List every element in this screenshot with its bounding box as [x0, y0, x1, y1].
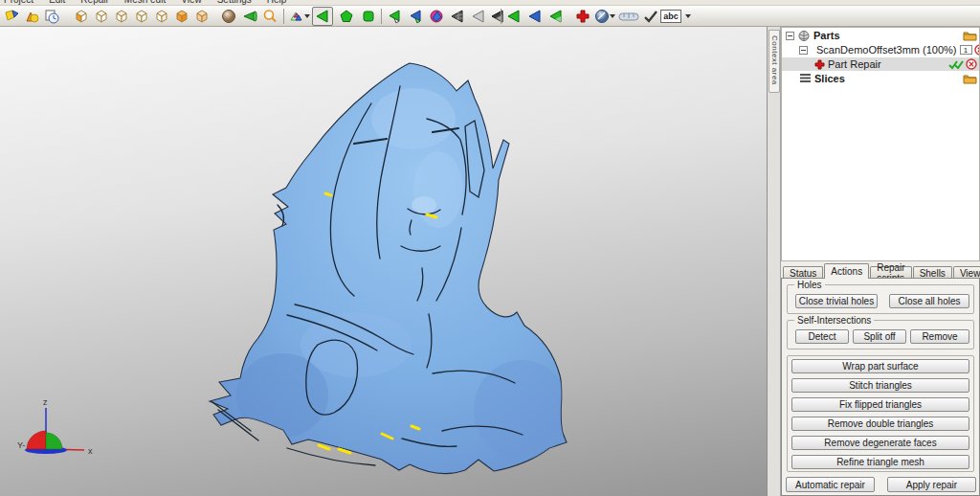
- view-cube-iso-icon[interactable]: [73, 8, 90, 25]
- remove-button[interactable]: Remove: [910, 329, 969, 344]
- wrap-part-surface-button[interactable]: Wrap part surface: [791, 359, 969, 373]
- tree-row-part-repair[interactable]: Part Repair: [782, 57, 979, 71]
- parts-group-icon: [797, 30, 811, 42]
- collapse-icon[interactable]: [799, 46, 808, 55]
- holes-group-label: Holes: [794, 280, 825, 290]
- abc-label: abc: [663, 11, 679, 21]
- open-part-icon[interactable]: [23, 8, 40, 25]
- error-indicator-icon[interactable]: [974, 44, 980, 56]
- view-cube-shaded-icon[interactable]: [193, 8, 211, 25]
- mark-plane-icon[interactable]: [338, 8, 355, 25]
- current-error-triangle-icon[interactable]: [526, 8, 544, 25]
- remove-double-triangles-button[interactable]: Remove double triangles: [791, 417, 969, 431]
- actions-panel: Holes Close trivial holes Close all hole…: [781, 278, 980, 496]
- 3d-viewport[interactable]: z x Y-: [0, 27, 767, 496]
- shade-cone-icon[interactable]: [241, 8, 258, 25]
- mesh-dark-icon[interactable]: [449, 8, 466, 25]
- folder-icon[interactable]: [963, 30, 977, 41]
- triangle-dark-icon[interactable]: [489, 8, 506, 25]
- view-cube-back-icon[interactable]: [113, 8, 130, 25]
- apply-repair-button[interactable]: Apply repair: [887, 477, 976, 492]
- fix-flipped-triangles-button[interactable]: Fix flipped triangles: [791, 397, 969, 412]
- axis-x-label: x: [88, 446, 93, 456]
- close-all-holes-button[interactable]: Close all holes: [889, 294, 969, 308]
- folder-icon[interactable]: [963, 73, 977, 84]
- recent-parts-icon[interactable]: [43, 8, 60, 25]
- next-error-triangle-icon[interactable]: [547, 8, 565, 25]
- magics-part-repair-window: Project Edit Repair Mesh edit View Setti…: [0, 0, 980, 496]
- part-label: ScanDemoOffset3mm (100%): [816, 44, 957, 56]
- context-area-tab[interactable]: Context area: [768, 30, 780, 93]
- context-tabs: Status Actions Repair scripts Shells Vie…: [782, 263, 980, 279]
- annotate-abc-icon[interactable]: abc: [660, 10, 681, 23]
- triangle-gray-icon[interactable]: [470, 8, 487, 25]
- holes-group: Holes Close trivial holes Close all hole…: [787, 284, 974, 314]
- render-sphere-icon[interactable]: [220, 8, 237, 25]
- tree-row-parts[interactable]: Parts: [782, 29, 979, 42]
- validate-check-icon[interactable]: [642, 8, 659, 25]
- mark-mesh-dropdown-icon[interactable]: [288, 8, 305, 25]
- prev-error-triangle-icon[interactable]: [505, 8, 523, 25]
- self-intersections-group-label: Self-Intersections: [794, 315, 874, 326]
- axis-y-label: Y-: [17, 440, 25, 450]
- split-off-button[interactable]: Split off: [853, 329, 906, 344]
- zoom-magnifier-icon[interactable]: [261, 8, 278, 25]
- self-intersections-group: Self-Intersections Detect Split off Remo…: [787, 320, 974, 349]
- orientation-indicator: z x Y-: [17, 397, 93, 456]
- tree-row-part[interactable]: ScanDemoOffset3mm (100%) 1: [782, 43, 979, 56]
- close-trivial-holes-button[interactable]: Close trivial holes: [795, 294, 878, 308]
- repair-operations-group: Wrap part surface Stitch triangles Fix f…: [787, 355, 974, 472]
- main-toolbar: abc: [0, 6, 980, 27]
- view-cube-front-icon[interactable]: [93, 8, 110, 25]
- annotate-caret-icon[interactable]: [685, 14, 691, 18]
- slices-label: Slices: [814, 73, 845, 84]
- applied-check-icon: [948, 59, 964, 70]
- new-part-icon[interactable]: [3, 8, 20, 25]
- context-area-strip: Context area: [767, 27, 781, 496]
- tools-sphere-icon[interactable]: [593, 8, 611, 25]
- view-cube-left-icon[interactable]: [133, 8, 150, 25]
- tab-actions[interactable]: Actions: [824, 263, 869, 279]
- automatic-repair-button[interactable]: Automatic repair: [786, 477, 875, 492]
- view-cube-right-icon[interactable]: [153, 8, 170, 25]
- select-triangle-blue-icon[interactable]: [407, 8, 424, 25]
- mark-surface-icon[interactable]: [360, 8, 377, 25]
- collapse-icon[interactable]: [786, 32, 794, 40]
- refine-triangle-mesh-button[interactable]: Refine triangle mesh: [791, 455, 969, 469]
- detect-button[interactable]: Detect: [795, 329, 849, 344]
- error-indicator-icon[interactable]: [966, 58, 977, 70]
- select-triangle-icon[interactable]: [386, 8, 403, 25]
- measure-pill-icon[interactable]: [618, 8, 639, 25]
- slices-icon: [799, 73, 812, 84]
- mark-triangle-icon[interactable]: [312, 7, 333, 26]
- tree-row-slices[interactable]: Slices: [782, 72, 979, 85]
- context-panel: Parts ScanDemoOffset3mm (100%) 1 Part Re…: [781, 27, 980, 496]
- remove-degenerate-faces-button[interactable]: Remove degenerate faces: [791, 436, 969, 450]
- parts-label: Parts: [813, 30, 840, 41]
- parts-tree: Parts ScanDemoOffset3mm (100%) 1 Part Re…: [781, 27, 980, 261]
- axis-z-label: z: [43, 397, 48, 407]
- part-mesh[interactable]: [210, 63, 569, 474]
- view-cube-solid-icon[interactable]: [173, 8, 190, 25]
- select-shell-ball-icon[interactable]: [428, 8, 445, 25]
- mark-mesh-caret-icon[interactable]: [304, 14, 310, 18]
- part-repair-cross-icon: [814, 59, 825, 70]
- shell-count-badge: 1: [960, 45, 972, 55]
- stitch-triangles-button[interactable]: Stitch triangles: [791, 378, 969, 393]
- tools-caret-icon[interactable]: [610, 14, 615, 18]
- repair-red-cross-icon[interactable]: [574, 8, 591, 25]
- part-repair-label: Part Repair: [828, 58, 881, 70]
